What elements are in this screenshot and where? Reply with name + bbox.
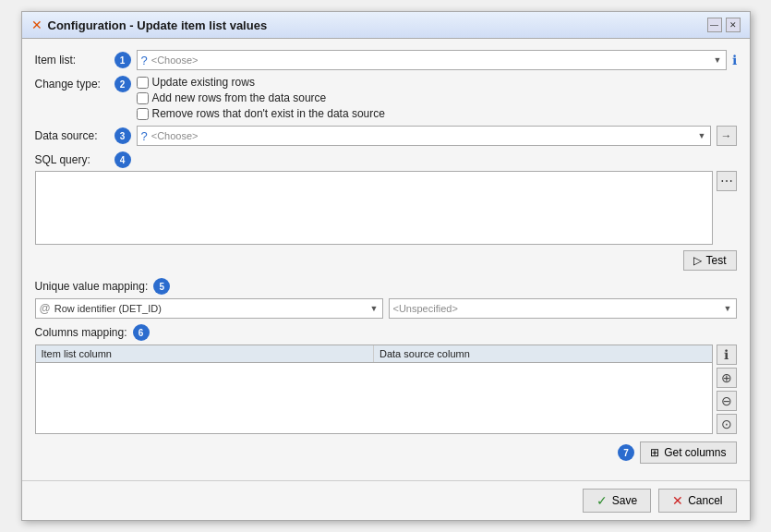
columns-header-row: Columns mapping: 6 [35, 324, 737, 341]
change-type-section: Change type: 2 Update existing rows Add … [35, 76, 737, 120]
save-button-label: Save [612, 494, 637, 507]
sql-label-row: SQL query: 4 [35, 151, 737, 168]
checkbox-remove-rows-label: Remove rows that don't exist in the data… [152, 107, 385, 120]
checkbox-update-existing-label: Update existing rows [152, 76, 255, 89]
col-header-data-source: Data source column [374, 345, 712, 362]
row-identifier-select[interactable]: @ Row identifier (DET_ID) ▼ [35, 298, 383, 319]
item-list-info-icon[interactable]: ℹ [732, 53, 737, 67]
data-source-label: Data source: [35, 129, 109, 142]
get-columns-button[interactable]: ⊞ Get columns [640, 441, 736, 464]
dialog-footer: ✓ Save ✕ Cancel [22, 480, 750, 520]
dialog-title-icon: ✕ [31, 18, 42, 32]
step-badge-6: 6 [133, 324, 150, 341]
checkbox-remove-rows-input[interactable] [137, 108, 149, 120]
checkboxes-group: Update existing rows Add new rows from t… [137, 76, 385, 120]
dialog-window: ✕ Configuration - Update item list value… [21, 11, 751, 521]
title-bar-controls: — ✕ [707, 18, 741, 32]
data-source-navigate-button[interactable]: → [717, 126, 737, 146]
close-button[interactable]: ✕ [726, 18, 741, 32]
item-list-label: Item list: [35, 54, 109, 66]
col-header-item-list: Item list column [36, 345, 375, 362]
item-list-select[interactable]: ? <Choose> ▼ [137, 50, 727, 70]
get-columns-icon: ⊞ [650, 446, 659, 459]
item-list-row: Item list: 1 ? <Choose> ▼ ℹ [35, 50, 737, 70]
checkbox-remove-rows[interactable]: Remove rows that don't exist in the data… [137, 107, 385, 120]
change-type-label: Change type: [35, 76, 109, 91]
minimize-button[interactable]: — [707, 18, 722, 32]
checkbox-add-new[interactable]: Add new rows from the data source [137, 91, 385, 104]
dialog-title: Configuration - Update item list values [48, 18, 268, 32]
cancel-button[interactable]: ✕ Cancel [658, 489, 736, 513]
step-badge-3: 3 [114, 127, 131, 144]
columns-mapping-label: Columns mapping: [35, 326, 127, 339]
save-button[interactable]: ✓ Save [583, 489, 651, 513]
columns-table-wrapper: Item list column Data source column ℹ ⊕ … [35, 345, 737, 434]
row-id-at-icon: @ [40, 302, 51, 315]
columns-table-header: Item list column Data source column [36, 345, 712, 363]
columns-table-body[interactable] [36, 363, 712, 418]
checkbox-update-existing-input[interactable] [137, 77, 149, 89]
title-bar: ✕ Configuration - Update item list value… [22, 12, 750, 39]
unique-mapping-controls: @ Row identifier (DET_ID) ▼ <Unspecified… [35, 298, 737, 319]
sql-label: SQL query: [35, 153, 109, 166]
get-columns-row: 7 ⊞ Get columns [35, 441, 737, 464]
columns-info-button[interactable]: ℹ [717, 345, 737, 365]
save-check-icon: ✓ [596, 493, 608, 508]
unique-mapping-label: Unique value mapping: [35, 280, 149, 293]
unspecified-select[interactable]: <Unspecified> ▼ [389, 298, 737, 319]
unique-mapping-label-row: Unique value mapping: 5 [35, 278, 737, 295]
checkbox-add-new-input[interactable] [137, 92, 149, 104]
test-button-row: ▷ Test [35, 250, 737, 271]
step-badge-2: 2 [114, 76, 131, 92]
row-id-text: Row identifier (DET_ID) [54, 303, 367, 314]
test-button[interactable]: ▷ Test [683, 250, 736, 271]
unspecified-value: <Unspecified> [393, 303, 720, 314]
row-id-arrow-icon: ▼ [370, 304, 379, 313]
step-badge-7: 7 [618, 444, 634, 461]
test-play-icon: ▷ [693, 254, 702, 267]
step-badge-5: 5 [153, 278, 170, 295]
sql-options-button[interactable]: ⋯ [717, 171, 737, 191]
columns-table: Item list column Data source column [35, 345, 713, 434]
data-source-select[interactable]: ? <Choose> ▼ [137, 126, 711, 146]
sql-area-wrapper: ⋯ [35, 171, 737, 245]
sql-query-section: SQL query: 4 ⋯ [35, 151, 737, 245]
unspecified-arrow-icon: ▼ [724, 304, 732, 313]
cancel-x-icon: ✕ [672, 493, 683, 508]
checkbox-add-new-label: Add new rows from the data source [152, 91, 327, 104]
columns-remove-button[interactable]: ⊖ [717, 391, 737, 411]
dialog-body: Item list: 1 ? <Choose> ▼ ℹ Change type:… [22, 39, 750, 480]
get-columns-label: Get columns [664, 446, 726, 459]
title-bar-left: ✕ Configuration - Update item list value… [31, 18, 268, 32]
columns-side-buttons: ℹ ⊕ ⊖ ⊙ [717, 345, 737, 434]
sql-textarea[interactable] [35, 171, 713, 245]
columns-mapping-section: Columns mapping: 6 Item list column Data… [35, 324, 737, 434]
checkbox-update-existing[interactable]: Update existing rows [137, 76, 385, 89]
cancel-button-label: Cancel [688, 494, 722, 507]
step-badge-4: 4 [114, 151, 131, 168]
columns-settings-button[interactable]: ⊙ [717, 414, 737, 434]
test-button-label: Test [705, 254, 726, 267]
data-source-row: Data source: 3 ? <Choose> ▼ → [35, 126, 737, 146]
columns-add-button[interactable]: ⊕ [717, 368, 737, 388]
step-badge-1: 1 [114, 52, 131, 68]
